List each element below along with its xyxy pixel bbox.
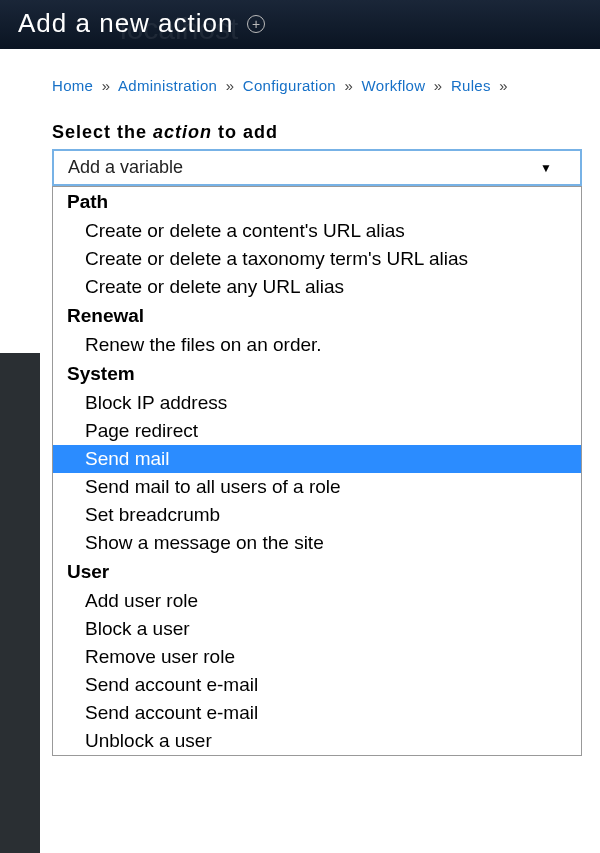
breadcrumb-sep: » bbox=[499, 77, 508, 94]
select-value: Add a variable bbox=[68, 157, 183, 178]
option-item[interactable]: Create or delete a taxonomy term's URL a… bbox=[53, 245, 581, 273]
option-item[interactable]: Add user role bbox=[53, 587, 581, 615]
option-item[interactable]: Create or delete any URL alias bbox=[53, 273, 581, 301]
chevron-down-icon: ▼ bbox=[540, 161, 552, 175]
breadcrumb-home[interactable]: Home bbox=[52, 77, 93, 94]
option-item[interactable]: Send mail to all users of a role bbox=[53, 473, 581, 501]
breadcrumb-sep: » bbox=[434, 77, 443, 94]
select-label: Select the action to add bbox=[52, 122, 580, 143]
breadcrumb-administration[interactable]: Administration bbox=[118, 77, 217, 94]
option-item[interactable]: Renew the files on an order. bbox=[53, 331, 581, 359]
page-header: localhost Add a new action + bbox=[0, 0, 600, 49]
breadcrumb-sep: » bbox=[344, 77, 353, 94]
breadcrumb-sep: » bbox=[102, 77, 111, 94]
label-suffix: to add bbox=[212, 122, 278, 142]
dark-side-strip bbox=[0, 353, 40, 853]
label-prefix: Select the bbox=[52, 122, 153, 142]
option-item[interactable]: Block a user bbox=[53, 615, 581, 643]
option-item[interactable]: Page redirect bbox=[53, 417, 581, 445]
option-item[interactable]: Send account e-mail bbox=[53, 671, 581, 699]
select-display[interactable]: Add a variable ▼ bbox=[52, 149, 582, 186]
option-item[interactable]: Block IP address bbox=[53, 389, 581, 417]
option-item[interactable]: Set breadcrumb bbox=[53, 501, 581, 529]
label-italic: action bbox=[153, 122, 212, 142]
optgroup-path: Path bbox=[53, 187, 581, 217]
breadcrumb-sep: » bbox=[226, 77, 235, 94]
option-item[interactable]: Remove user role bbox=[53, 643, 581, 671]
option-item[interactable]: Show a message on the site bbox=[53, 529, 581, 557]
main-content: Select the action to add Add a variable … bbox=[0, 122, 600, 186]
breadcrumb: Home » Administration » Configuration » … bbox=[0, 49, 600, 122]
select-dropdown[interactable]: PathCreate or delete a content's URL ali… bbox=[52, 186, 582, 756]
option-item[interactable]: Unblock a user bbox=[53, 727, 581, 755]
breadcrumb-workflow[interactable]: Workflow bbox=[362, 77, 426, 94]
breadcrumb-configuration[interactable]: Configuration bbox=[243, 77, 336, 94]
action-select[interactable]: Add a variable ▼ PathCreate or delete a … bbox=[52, 149, 582, 186]
page-title: Add a new action bbox=[18, 8, 233, 39]
optgroup-system: System bbox=[53, 359, 581, 389]
option-item[interactable]: Send mail bbox=[53, 445, 581, 473]
optgroup-renewal: Renewal bbox=[53, 301, 581, 331]
breadcrumb-rules[interactable]: Rules bbox=[451, 77, 491, 94]
plus-icon: + bbox=[247, 15, 265, 33]
option-item[interactable]: Send account e-mail bbox=[53, 699, 581, 727]
optgroup-user: User bbox=[53, 557, 581, 587]
option-item[interactable]: Create or delete a content's URL alias bbox=[53, 217, 581, 245]
